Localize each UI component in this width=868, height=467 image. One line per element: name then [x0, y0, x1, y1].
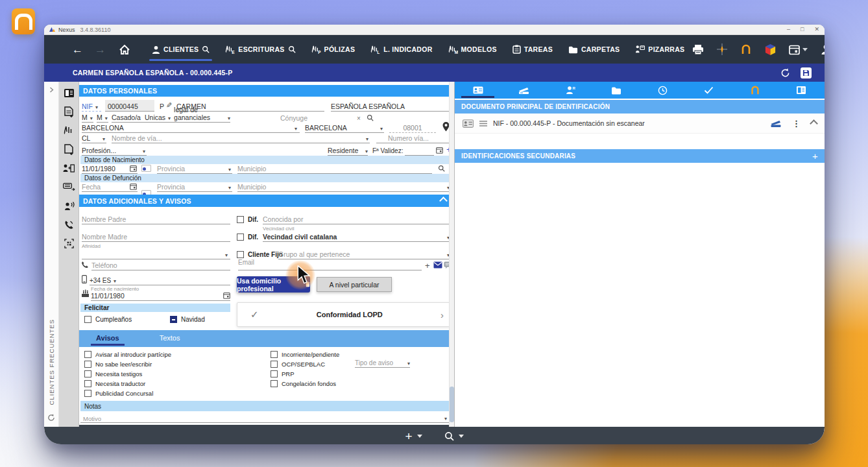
scrollbar-thumb[interactable] [450, 387, 454, 422]
particular-level-button[interactable]: A nivel particular [317, 277, 392, 292]
back-button[interactable]: ← [72, 44, 83, 55]
civil-neighborhood-select[interactable]: Vecindad civil catalana▾ [263, 231, 451, 242]
mother-name-input[interactable]: Nombre Madre [82, 231, 230, 242]
province-select[interactable]: BARCELONA▾ [82, 123, 300, 133]
search-menu-button[interactable] [444, 431, 464, 441]
street-type-select[interactable]: CL▾ [82, 134, 106, 143]
resident-select[interactable]: Residente▾ [328, 146, 368, 156]
modules-cube-button[interactable] [764, 43, 777, 56]
calendar-small-icon[interactable] [436, 147, 443, 154]
forward-button[interactable]: → [95, 44, 106, 55]
save-button[interactable] [801, 67, 812, 78]
alert-checkbox[interactable]: Incorriente/pendiente [271, 351, 339, 358]
birth-municipality-input[interactable]: Municipio [237, 164, 432, 174]
nexus-portal-button[interactable] [740, 43, 752, 55]
street-name-input[interactable]: Nombre de vía...▾ [112, 134, 370, 143]
tab-representatives[interactable]: R [548, 82, 594, 99]
spain-flag-icon[interactable] [141, 165, 151, 172]
alert-checkbox[interactable]: OCP/SEPBLAC [271, 361, 325, 368]
maximize-button[interactable]: □ [801, 27, 804, 32]
spouse-input[interactable]: Cónyuge [240, 114, 370, 123]
clear-spouse-icon[interactable]: × [357, 115, 361, 122]
nav-pizarras[interactable]: PIZARRAS [627, 35, 692, 64]
group-select[interactable]: Grupo al que pertenece▾ [278, 248, 451, 259]
add-menu-button[interactable]: + [405, 430, 422, 442]
tab-contacts[interactable] [778, 82, 825, 99]
fixed-client-checkbox[interactable]: Cliente Fijo [237, 251, 283, 258]
person-document-icon[interactable] [62, 162, 75, 174]
dif-mother-checkbox[interactable]: Dif. [237, 234, 258, 241]
alert-checkbox[interactable]: Necesita testigos [84, 370, 142, 377]
nav-carpetas[interactable]: CARPETAS [561, 35, 627, 64]
tab-nexus[interactable] [732, 82, 778, 99]
alert-checkbox[interactable]: Congelación fondos [271, 380, 336, 387]
home-button[interactable] [119, 45, 130, 54]
lopd-card[interactable]: ✓ Conformidad LOPD › [237, 302, 451, 327]
minimize-button[interactable]: – [787, 27, 790, 32]
nav-polizas[interactable]: P PÓLIZAS [304, 35, 363, 64]
reason-select[interactable]: ▾ [80, 414, 450, 423]
death-municipality-select[interactable]: Municipio▾ [237, 182, 451, 192]
tab-scanner[interactable] [501, 82, 547, 99]
nuptials-select[interactable]: Unicas [145, 114, 165, 121]
collapse-row-icon[interactable] [810, 119, 818, 128]
profession-select[interactable]: Profesión...▾ [82, 146, 147, 156]
email-input[interactable] [238, 261, 422, 270]
treatment-select[interactable]: M▾ [97, 114, 108, 123]
collapse-chevron-icon[interactable] [439, 197, 448, 205]
tab-tasks[interactable] [686, 82, 732, 99]
main-doc-row[interactable]: NIF - 00.000.445-P - Documentación sin e… [455, 114, 825, 134]
regime-select[interactable]: legal de gananciales [174, 106, 225, 121]
affinity-select[interactable]: ▾ [82, 248, 230, 259]
calendar-small-icon[interactable] [223, 292, 230, 299]
civil-status-group[interactable]: Casado/a Unicas▾ legal de gananciales▾ [112, 114, 230, 123]
municipality-select[interactable]: BARCELONA▾ [305, 123, 384, 133]
nav-l-indicador[interactable]: L L. INDICADOR [363, 35, 440, 64]
keyboard-send-icon[interactable] [62, 180, 75, 193]
street-number-input[interactable]: Numero vía... [376, 134, 451, 143]
death-province-select[interactable]: Provincia▾ [157, 182, 232, 192]
alert-checkbox[interactable]: Publicidad Concursal [84, 390, 153, 397]
refresh-frequent-button[interactable] [47, 414, 55, 422]
more-options-icon[interactable]: ⋮ [792, 119, 801, 128]
alert-checkbox[interactable]: No sabe leer/escribir [84, 361, 152, 368]
digital-pen-button[interactable] [716, 43, 728, 55]
alert-type-select[interactable]: Tipo de aviso▾ [355, 358, 410, 368]
tab-history[interactable] [640, 82, 686, 99]
search-spouse-icon[interactable] [367, 114, 374, 121]
scan-document-icon[interactable] [770, 119, 782, 128]
print-button[interactable] [692, 44, 704, 55]
qr-scan-icon[interactable] [62, 237, 75, 250]
tab-folders[interactable] [594, 82, 640, 99]
phone-input[interactable]: Teléfono [91, 259, 230, 270]
known-as-input[interactable]: Conocida por [263, 213, 451, 224]
close-button[interactable]: ✕ [814, 27, 819, 32]
add-secondary-id-button[interactable]: + [812, 150, 818, 162]
file-add-icon[interactable] [62, 143, 75, 156]
postal-code-input[interactable]: 08001 [389, 123, 436, 133]
user-menu-button[interactable] [820, 43, 825, 55]
calendar-button[interactable] [789, 44, 808, 55]
dif-father-checkbox[interactable]: Dif. [237, 216, 258, 223]
signature-icon[interactable] [62, 124, 75, 137]
christmas-checkbox[interactable]: Navidad [170, 316, 205, 323]
add-email-icon[interactable]: + [425, 261, 430, 270]
refresh-icon[interactable] [780, 68, 790, 78]
envelope-icon[interactable] [433, 261, 442, 269]
expand-strip-button[interactable] [49, 87, 54, 93]
sex-select[interactable]: M▾ [82, 114, 93, 123]
search-municipality-icon[interactable] [438, 165, 445, 172]
form-scrollbar[interactable] [449, 82, 454, 427]
calendar-small-icon[interactable] [130, 183, 137, 190]
father-name-input[interactable]: Nombre Padre [82, 213, 230, 224]
nif-type-select[interactable]: NIF▾ [82, 100, 101, 112]
phone-call-icon[interactable] [62, 218, 75, 231]
nif-input[interactable]: 00000445 [105, 100, 154, 112]
nav-escrituras[interactable]: E ESCRITURAS [217, 35, 303, 64]
nav-modelos[interactable]: M MODELOS [440, 35, 505, 64]
alert-checkbox[interactable]: Avisar al introducir partícipe [84, 351, 171, 358]
alert-checkbox[interactable]: Necesita traductor [84, 380, 145, 387]
contacts-book-icon[interactable] [62, 86, 75, 99]
calendar-small-icon[interactable] [130, 165, 137, 172]
tab-textos[interactable]: Textos [160, 334, 180, 347]
